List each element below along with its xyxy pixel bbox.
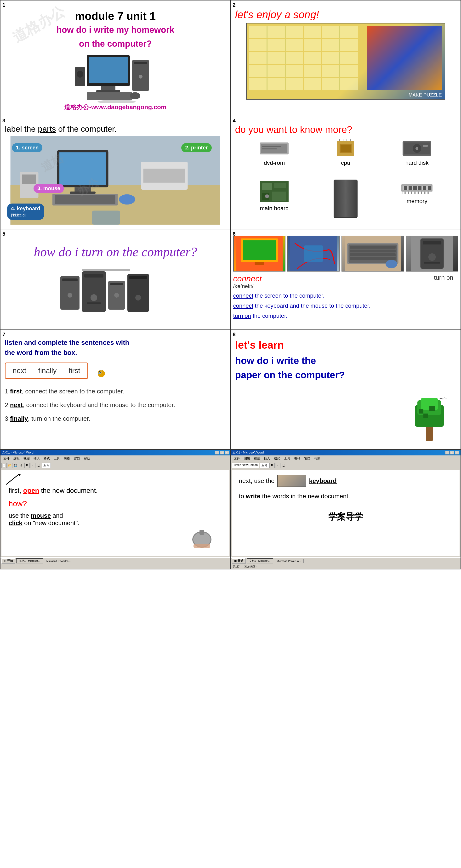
cell-9: 文档1 - Microsoft Word _ □ ✕ 文件 编辑 视图 插入 格… [0, 450, 230, 569]
cell-8-number: 8 [233, 331, 236, 338]
menu-window-9[interactable]: 窗口 [72, 456, 82, 461]
menu-table-10[interactable]: 表格 [292, 456, 302, 461]
win-close-9[interactable]: ✕ [225, 451, 229, 455]
win-title-10: 文档1 - Microsoft Word [232, 451, 264, 455]
menu-file-9[interactable]: 文件 [1, 456, 11, 461]
svg-rect-60 [408, 191, 409, 194]
menu-format-9[interactable]: 格式 [42, 456, 52, 461]
photo-cables [287, 236, 340, 272]
cell-3-title: label the parts of the computer. [5, 124, 226, 134]
speaker-icon: 🔊 [98, 370, 105, 377]
start-label-9: 开始 [7, 559, 13, 563]
svg-rect-101 [350, 253, 396, 256]
taskbar-item-ppt-9[interactable]: Microsoft PowerPo... [44, 559, 73, 563]
svg-rect-21 [22, 175, 36, 184]
cell-8: 8 let's learn how do i write the paper o… [230, 330, 461, 450]
win-toolbar-9: 📄 📂 💾 🖨 B I U 五号 [0, 462, 230, 469]
taskbar-item-ppt-10[interactable]: Microsoft PowerPo... [274, 559, 303, 563]
svg-rect-86 [127, 274, 149, 312]
svg-rect-115 [423, 413, 428, 418]
toolbar-font[interactable]: 五号 [42, 463, 51, 468]
menu-file-10[interactable]: 文件 [232, 456, 242, 461]
open-blank: open [23, 487, 39, 494]
toolbar-btn-bold[interactable]: B [24, 463, 30, 468]
win-maximize-9[interactable]: □ [220, 451, 224, 455]
taskbar-item-word-9[interactable]: 文档1 - Microsof... [16, 558, 43, 563]
win-minimize-10[interactable]: _ [445, 451, 450, 455]
cell-7-number: 7 [2, 331, 5, 338]
win-title-9: 文档1 - Microsoft Word [2, 451, 33, 455]
toolbar-btn-italic[interactable]: I [30, 463, 35, 468]
word-box-row: next finally first 🔊 [5, 363, 226, 384]
turn-on-underline: turn on [233, 312, 251, 319]
svg-rect-16 [74, 187, 91, 192]
win-toolbar-10: Times New Roman 五号 B I U [231, 462, 461, 469]
menu-tools-9[interactable]: 工具 [52, 456, 62, 461]
start-button-9[interactable]: ⊞ 开始 [1, 558, 15, 564]
puzzle-piece [267, 52, 285, 64]
part-dvd-rom: dvd-rom [240, 139, 309, 177]
svg-point-40 [416, 147, 419, 150]
memory-icon [400, 180, 434, 196]
svg-rect-15 [59, 152, 106, 185]
computers-row [58, 267, 173, 314]
tree-svg [405, 396, 453, 443]
svg-rect-17 [70, 191, 96, 194]
toolbar-btn-print[interactable]: 🖨 [19, 463, 24, 468]
taskbar-item-word-10[interactable]: 文档1 - Microsof... [247, 558, 273, 563]
win-close-10[interactable]: ✕ [455, 451, 459, 455]
toolbar-btn-underline[interactable]: U [36, 463, 41, 468]
menu-table-9[interactable]: 表格 [62, 456, 72, 461]
svg-rect-41 [423, 145, 428, 147]
svg-rect-5 [134, 62, 147, 64]
hard-disk-icon [401, 139, 432, 158]
win-maximize-10[interactable]: □ [450, 451, 454, 455]
menu-format-10[interactable]: 格式 [272, 456, 282, 461]
svg-rect-80 [84, 274, 103, 278]
menu-view-9[interactable]: 视图 [22, 456, 32, 461]
photos-row [233, 236, 458, 272]
menu-tools-10[interactable]: 工具 [282, 456, 292, 461]
toolbar-font-size[interactable]: 五号 [260, 463, 269, 468]
svg-line-116 [6, 475, 18, 485]
toolbar-btn-bold-10[interactable]: B [269, 463, 275, 468]
main-grid: 1 道格办公 module 7 unit 1 how do i write my… [0, 0, 461, 569]
puzzle-piece [322, 65, 340, 77]
svg-point-24 [119, 194, 135, 205]
svg-point-47 [265, 194, 269, 198]
toolbar-btn-open[interactable]: 📂 [7, 463, 12, 468]
menu-insert-10[interactable]: 插入 [262, 456, 272, 461]
menu-view-10[interactable]: 视图 [252, 456, 262, 461]
svg-rect-92 [243, 240, 275, 260]
taskbar-9: ⊞ 开始 文档1 - Microsof... Microsoft PowerPo… [0, 557, 230, 564]
svg-rect-53 [418, 186, 422, 190]
instruction-2: connect the keyboard and the mouse to th… [233, 302, 458, 310]
menu-help-9[interactable]: 帮助 [82, 456, 92, 461]
toolbar-btn-underline-10[interactable]: U [281, 463, 286, 468]
svg-rect-62 [411, 191, 412, 194]
fill-first: first [10, 388, 22, 395]
computer-illustration [72, 53, 158, 103]
puzzle-piece [285, 78, 303, 90]
start-button-10[interactable]: ⊞ 开始 [232, 558, 246, 564]
puzzle-piece [304, 39, 321, 51]
toolbar-btn-italic-10[interactable]: I [275, 463, 280, 468]
toolbar-btn-save[interactable]: 💾 [13, 463, 18, 468]
lets-learn: let's learn [235, 339, 456, 351]
puzzle-piece [285, 26, 303, 38]
menu-edit-10[interactable]: 编辑 [242, 456, 252, 461]
svg-rect-52 [413, 186, 417, 190]
menu-window-10[interactable]: 窗口 [302, 456, 312, 461]
start-icon-10: ⊞ [234, 559, 237, 563]
svg-rect-44 [274, 183, 286, 188]
part-hard-disk: hard disk [382, 139, 452, 177]
sentence-3: 3 finally, turn on the computer. [5, 412, 226, 426]
menu-edit-9[interactable]: 编辑 [11, 456, 22, 461]
menu-help-10[interactable]: 帮助 [312, 456, 322, 461]
menu-insert-9[interactable]: 插入 [32, 456, 42, 461]
to-write-block: to write the words in the new document. [239, 491, 453, 502]
puzzle-piece [249, 26, 267, 38]
toolbar-font-name[interactable]: Times New Roman [232, 463, 259, 468]
toolbar-btn-new[interactable]: 📄 [1, 463, 7, 468]
win-minimize-9[interactable]: _ [215, 451, 219, 455]
